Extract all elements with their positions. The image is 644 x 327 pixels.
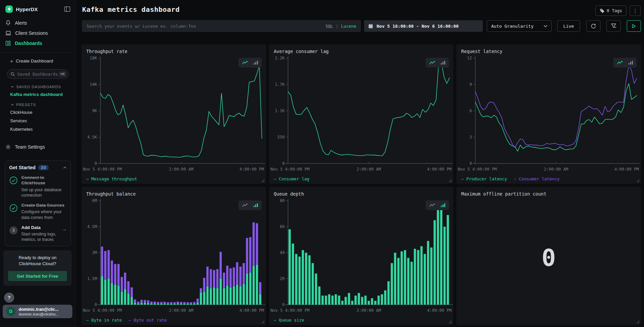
check-circle-icon xyxy=(9,175,18,198)
resize-handle[interactable] xyxy=(262,179,264,182)
svg-text:0: 0 xyxy=(95,302,97,307)
tags-button[interactable]: 0 Tags xyxy=(595,5,626,16)
promo-text: Ready to deploy on xyxy=(8,255,67,261)
legend-item[interactable]: — Consumer lag xyxy=(274,176,309,181)
bar-chart-toggle[interactable] xyxy=(253,59,259,66)
gear-icon xyxy=(5,144,11,150)
create-dashboard-button[interactable]: + Create Dashboard xyxy=(0,56,75,66)
average-consumer-lag-chart[interactable]: 05501.1K1.7K2.2KNov 5 4:00:00 PM2:00:00 … xyxy=(269,55,454,176)
chevron-down-icon xyxy=(544,25,547,27)
help-button[interactable]: ? xyxy=(4,293,14,303)
play-icon xyxy=(632,24,636,28)
line-chart-toggle[interactable] xyxy=(616,59,624,66)
line-chart-toggle[interactable] xyxy=(428,202,436,208)
svg-text:12: 12 xyxy=(467,56,472,60)
main-content: Kafka metrics dashboard 0 Tags ⋮ SQL | L… xyxy=(75,0,644,327)
get-started-step-1[interactable]: Connect to ClickHouse Set up your databa… xyxy=(9,175,67,198)
event-search-box[interactable]: SQL | Lucene xyxy=(82,20,361,32)
line-chart-toggle[interactable] xyxy=(241,202,249,208)
bar-chart-toggle[interactable] xyxy=(627,59,634,66)
svg-text:Nov 5 4:00:00 PM: Nov 5 4:00:00 PM xyxy=(83,308,122,313)
chart-legend: — Queue size xyxy=(269,317,454,325)
svg-text:0: 0 xyxy=(95,161,97,166)
sidebar-item-label: Alerts xyxy=(15,20,27,26)
chevron-up-icon[interactable] xyxy=(63,167,67,169)
live-button[interactable]: Live xyxy=(557,20,580,32)
saved-dashboards-section-header[interactable]: SAVED DASHBOARDS xyxy=(0,81,75,90)
calendar-icon xyxy=(368,24,373,29)
get-started-step-3[interactable]: 3 Add Data Start sending logs, metrics, … xyxy=(9,225,67,243)
saved-dashboards-search[interactable]: Saved Dashboards ⌘K xyxy=(7,69,69,79)
run-query-button[interactable] xyxy=(627,20,641,32)
legend-item[interactable]: — Producer latency xyxy=(461,176,507,181)
svg-text:2:00:00 AM: 2:00:00 AM xyxy=(169,308,193,313)
legend-item[interactable]: — Queue size xyxy=(274,318,304,323)
step-desc: Start sending logs, metrics, or traces xyxy=(21,231,58,243)
get-started-title: Get Started xyxy=(9,165,35,170)
sidebar-item-alerts[interactable]: Alerts xyxy=(0,18,75,28)
granularity-select[interactable]: Auto Granularity xyxy=(487,20,552,32)
refresh-button[interactable] xyxy=(586,20,600,32)
sidebar-item-team-settings[interactable]: Team Settings xyxy=(0,141,75,153)
resize-handle[interactable] xyxy=(449,321,451,323)
svg-text:80: 80 xyxy=(280,198,284,203)
svg-text:2:00:00 AM: 2:00:00 AM xyxy=(169,167,193,172)
resize-handle[interactable] xyxy=(637,321,639,323)
queue-depth-chart[interactable]: 020406080Nov 5 4:00:00 PM2:00:00 AM4:00:… xyxy=(269,197,454,317)
user-menu[interactable]: D dominic.tran@clic... dominic.tran@clic… xyxy=(3,305,72,318)
promo-text: ClickHouse Cloud? xyxy=(8,261,67,267)
search-icon xyxy=(10,72,15,76)
bar-chart-toggle[interactable] xyxy=(253,202,259,208)
step-number-badge: 3 xyxy=(9,225,18,243)
bar-chart-toggle[interactable] xyxy=(440,59,446,66)
throughput-balance-chart[interactable]: 01.5M3M4.5M6MNov 5 4:00:00 PM2:00:00 AM4… xyxy=(81,197,266,317)
svg-text:2:00:00 AM: 2:00:00 AM xyxy=(544,167,568,172)
sql-mode-toggle[interactable]: SQL xyxy=(326,24,333,29)
chart-title: Request latency xyxy=(456,44,641,55)
presets-section-header[interactable]: PRESETS xyxy=(0,99,75,108)
get-started-step-2[interactable]: Create Data Sources Configure where your… xyxy=(9,203,67,220)
step-title: Connect to ClickHouse xyxy=(21,175,67,186)
svg-text:3: 3 xyxy=(470,135,472,140)
line-chart-toggle[interactable] xyxy=(428,59,436,66)
throughput-rate-chart[interactable]: 04.5K9K14K18KNov 5 4:00:00 PM2:00:00 AM4… xyxy=(81,55,266,176)
search-input[interactable] xyxy=(87,24,326,29)
sidebar-item-kafka-metrics-dashboard[interactable]: Kafka metrics dashboard xyxy=(0,90,75,99)
svg-text:4:00:00 PM: 4:00:00 PM xyxy=(240,308,264,313)
svg-text:550: 550 xyxy=(277,135,285,140)
brand-name: HyperDX xyxy=(16,6,38,12)
laptop-icon xyxy=(5,30,11,36)
collapse-sidebar-icon[interactable] xyxy=(64,6,71,12)
chart-title: Average consumer lag xyxy=(269,44,454,55)
legend-item[interactable]: — Byte out rate xyxy=(128,318,167,323)
chart-legend: — Message throughput xyxy=(81,176,266,184)
svg-text:2:00:00 AM: 2:00:00 AM xyxy=(356,308,381,313)
resize-handle[interactable] xyxy=(262,321,264,323)
legend-item[interactable]: — Consumer latency xyxy=(514,176,559,181)
sidebar-item-services[interactable]: Services xyxy=(0,117,75,125)
date-range-picker[interactable]: Nov 5 16:00:00 - Nov 6 16:00:00 xyxy=(364,20,483,32)
bar-chart-toggle[interactable] xyxy=(440,202,446,208)
line-chart-toggle[interactable] xyxy=(241,59,249,66)
lucene-mode-toggle[interactable]: Lucene xyxy=(341,24,356,29)
svg-text:Nov 5 4:00:00 PM: Nov 5 4:00:00 PM xyxy=(270,167,309,172)
more-options-button[interactable]: ⋮ xyxy=(630,5,641,16)
svg-text:3M: 3M xyxy=(92,250,97,255)
divider xyxy=(0,52,75,53)
get-started-free-button[interactable]: Get Started for Free xyxy=(8,271,67,281)
sidebar-item-client-sessions[interactable]: Client Sessions xyxy=(0,28,75,38)
sidebar-item-clickhouse[interactable]: ClickHouse xyxy=(0,108,75,117)
request-latency-chart[interactable]: 036912Nov 5 4:00:00 PM2:00:00 AM4:00:00 … xyxy=(456,55,641,176)
filter-button[interactable] xyxy=(606,20,621,32)
svg-text:4.5K: 4.5K xyxy=(87,135,97,140)
sidebar-item-kubernetes[interactable]: Kubernetes xyxy=(0,125,75,133)
resize-handle[interactable] xyxy=(637,179,639,182)
sidebar-item-dashboards[interactable]: Dashboards xyxy=(0,38,75,48)
svg-text:0: 0 xyxy=(282,302,284,307)
arrow-right-icon[interactable]: → xyxy=(62,225,67,243)
legend-item[interactable]: — Byte in rate xyxy=(86,318,122,323)
svg-text:20: 20 xyxy=(280,276,284,281)
svg-text:9: 9 xyxy=(470,82,472,87)
resize-handle[interactable] xyxy=(449,179,451,182)
legend-item[interactable]: — Message throughput xyxy=(86,176,137,181)
